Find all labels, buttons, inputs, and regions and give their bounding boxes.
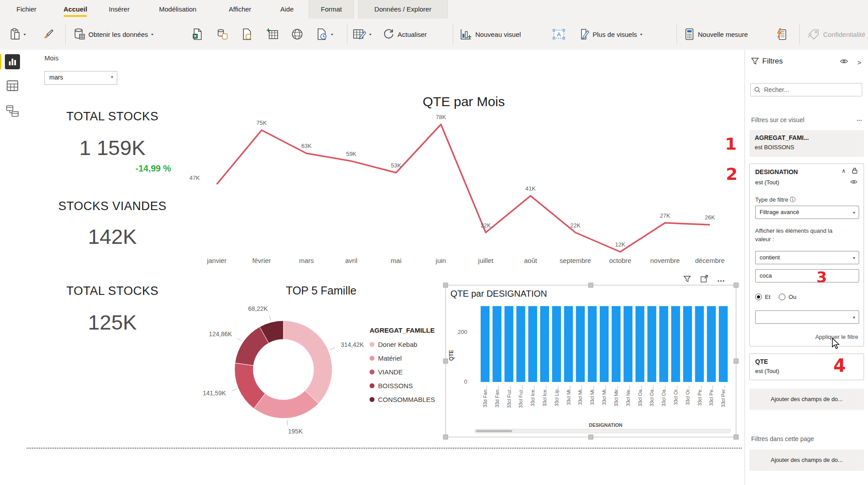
dataflows-button[interactable] [291, 19, 303, 50]
sensitivity-button[interactable]: Confidentialité [808, 19, 865, 50]
layered-globe-icon [291, 28, 303, 40]
data-view-button[interactable] [6, 80, 19, 93]
collapse-pane-icon[interactable]: > [857, 59, 861, 66]
legend-item-viande[interactable]: VIANDE [370, 365, 435, 379]
slicer-value: mars [49, 74, 63, 81]
legend-title: AGREGAT_FAMILLE [370, 326, 435, 334]
legend-label: BOISSONS [378, 382, 413, 390]
table-plus-icon [267, 28, 279, 40]
quick-measure-button[interactable] [776, 19, 788, 50]
legend-color-dot [370, 397, 374, 402]
new-visual-button[interactable]: Nouveau visuel [460, 19, 521, 50]
format-painter-button[interactable] [43, 19, 54, 50]
legend-item-doner-kebab[interactable]: Doner Kebab [370, 338, 435, 351]
donut-legend: AGREGAT_FAMILLE Doner KebabMatérielVIAND… [370, 326, 435, 406]
mouse-cursor [832, 338, 840, 349]
more-visuals-button[interactable]: Plus de visuels ▾ [578, 19, 642, 50]
view-rail [0, 50, 25, 485]
calculator-lightning-icon [776, 28, 788, 40]
or-radio[interactable] [779, 294, 785, 300]
data-hub-button[interactable] [216, 19, 229, 50]
model-view-button[interactable] [6, 105, 19, 119]
paintbrush-icon [43, 28, 54, 40]
annotation-1: 1 [725, 134, 737, 154]
filter-card-designation[interactable]: DESIGNATION ∧ est (Tout) Type de filtre … [749, 163, 864, 346]
report-view-icon [5, 54, 20, 69]
eye-icon[interactable] [850, 179, 857, 186]
menu-tab-format[interactable]: Format [309, 0, 354, 19]
menu-tab-fichier[interactable]: Fichier [16, 0, 36, 19]
legend-item-mat-riel[interactable]: Matériel [370, 351, 435, 365]
chevron-down-icon: ▾ [24, 32, 26, 36]
and-label: Et [765, 294, 770, 300]
sql-server-button[interactable] [242, 19, 252, 50]
svg-text:A: A [557, 31, 561, 38]
text-box-icon: A [552, 28, 565, 40]
lock-icon[interactable] [852, 167, 857, 175]
transform-data-button[interactable]: ▾ [353, 19, 371, 50]
excel-import-button[interactable] [192, 19, 203, 50]
menu-tab-accueil[interactable]: Accueil [64, 0, 87, 19]
chevron-up-icon[interactable]: ∧ [841, 167, 846, 174]
month-slicer-dropdown[interactable]: mars ▾ [44, 71, 117, 85]
operator-select[interactable]: contient▾ [755, 251, 859, 264]
legend-item-boissons[interactable]: BOISSONS [370, 379, 435, 393]
search-placeholder: Recher... [764, 86, 789, 93]
refresh-button[interactable]: Actualiser [383, 19, 427, 50]
filter-condition: est (Tout) [755, 368, 779, 374]
filter-card-agregat[interactable]: AGREGAT_FAMI... est BOISSONS [749, 130, 864, 157]
filter-condition: est BOISSONS [755, 144, 794, 151]
new-measure-button[interactable]: Nouvelle mesure [684, 19, 748, 50]
menu-tab-afficher[interactable]: Afficher [229, 0, 251, 19]
menu-tab-modelisation[interactable]: Modélisation [159, 0, 196, 19]
kpi-total-stocks2-title: TOTAL STOCKS [39, 284, 186, 298]
active-view-indicator [0, 54, 1, 69]
page-boundary-dotted-line [27, 448, 742, 449]
recent-sources-button[interactable]: ▾ [316, 19, 333, 50]
new-visual-label: Nouveau visuel [475, 31, 521, 38]
filter-card-qte[interactable]: QTE est (Tout) [749, 354, 864, 380]
calculator-icon [684, 28, 695, 40]
pencil-visual-icon [578, 28, 589, 40]
filter-type-select[interactable]: Filtrage avancé▾ [755, 206, 859, 219]
eye-icon[interactable] [840, 59, 848, 65]
section-filters-on-page: Filtres dans cette page [751, 435, 814, 442]
annotation-3: 3 [816, 268, 827, 286]
enter-data-button[interactable] [267, 19, 279, 50]
file-clock-icon [316, 28, 328, 40]
database-icon [74, 28, 85, 40]
menu-tab-donnees-explorer[interactable]: Données / Explorer [358, 0, 448, 19]
kpi-total-stocks-title: TOTAL STOCKS [39, 110, 186, 123]
more-options-icon[interactable]: … [856, 115, 862, 122]
paste-button[interactable]: ▾ [10, 19, 26, 50]
show-items-label-line2: valeur : [755, 236, 774, 242]
secondary-operator-select[interactable]: ▾ [755, 310, 859, 324]
file-database-icon [242, 28, 252, 40]
and-radio[interactable] [755, 294, 762, 300]
bar-chart-title: QTE par DESIGNATION [450, 289, 547, 299]
table-pencil-icon [353, 28, 366, 40]
info-icon: ⓘ [790, 196, 796, 203]
menu-tab-inserer[interactable]: Insérer [109, 0, 130, 19]
menu-bar: Fichier Accueil Insérer Modélisation Aff… [0, 0, 868, 19]
sensitivity-label: Confidentialité [823, 31, 865, 38]
text-box-button[interactable]: A [552, 19, 565, 50]
add-data-fields-button-2[interactable]: Ajouter des champs de do... [749, 449, 864, 471]
legend-item-consommables[interactable]: CONSOMMABLES [370, 393, 435, 406]
data-view-icon [6, 80, 19, 91]
legend-color-dot [370, 383, 374, 388]
filters-pane-title: Filtres [762, 57, 783, 66]
filters-search-input[interactable]: Recher... [750, 83, 862, 96]
menu-tab-aide[interactable]: Aide [280, 0, 294, 19]
annotation-2: 2 [726, 164, 737, 184]
slicer-title: Mois [44, 54, 59, 62]
filter-field: AGREGAT_FAMI... [755, 134, 809, 141]
get-data-button[interactable]: Obtenir les données ▾ [74, 19, 153, 50]
filter-value-input[interactable]: coca [755, 269, 859, 282]
add-data-fields-button[interactable]: Ajouter des champs de do... [749, 389, 864, 410]
refresh-label: Actualiser [398, 31, 427, 38]
get-data-label: Obtenir les données [88, 31, 148, 38]
report-view-button[interactable] [5, 54, 20, 69]
kpi-stocks-viandes-value: 142K [39, 224, 186, 249]
legend-label: CONSOMMABLES [378, 396, 435, 403]
